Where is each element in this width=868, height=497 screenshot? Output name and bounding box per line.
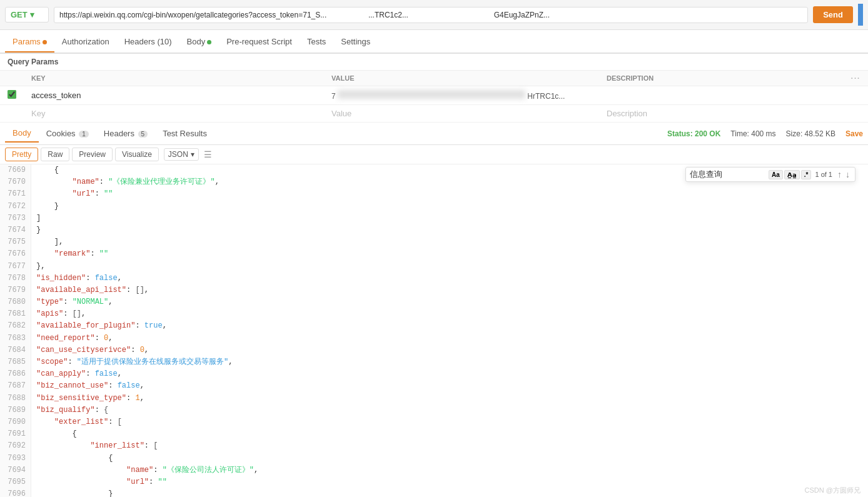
line-number: 7675 [5, 236, 26, 248]
empty-value-cell[interactable]: Value [324, 105, 599, 123]
code-area: 7669767076717672767376747675767676777678… [0, 164, 868, 497]
body-dot [207, 40, 211, 44]
line-number: 7689 [5, 404, 26, 416]
send-button[interactable]: Send [813, 6, 853, 23]
line-number: 7669 [5, 164, 26, 176]
url-input[interactable] [54, 7, 808, 23]
code-line: } [36, 201, 863, 213]
table-row-empty: Key Value Description [0, 105, 868, 123]
param-more-cell [844, 86, 868, 105]
desc-col-header: DESCRIPTION [599, 71, 844, 86]
search-options: Aa A̲a̲ .* [769, 170, 811, 179]
tab-settings[interactable]: Settings [333, 32, 378, 51]
right-edge-accent [858, 4, 863, 26]
line-number: 7693 [5, 453, 26, 464]
search-nav: ↑ ↓ [836, 169, 851, 179]
code-line: } [36, 488, 863, 497]
resp-tab-headers[interactable]: Headers 5 [96, 125, 155, 142]
format-bar: Pretty Raw Preview Visualize JSON ▾ ☰ [0, 145, 868, 164]
empty-checkbox-cell [0, 105, 24, 123]
resp-tab-body[interactable]: Body [5, 124, 39, 143]
code-line: "available_for_plugin": true, [36, 320, 863, 332]
param-checkbox-cell[interactable] [0, 86, 24, 105]
code-line: "exter_list": [ [36, 416, 863, 428]
code-line: "can_apply": false, [36, 368, 863, 380]
resp-tab-test-results[interactable]: Test Results [155, 125, 214, 142]
status-text: Status: 200 OK [667, 129, 720, 138]
search-overlay: Aa A̲a̲ .* 1 of 1 ↑ ↓ [685, 167, 855, 182]
line-number: 7677 [5, 261, 26, 273]
line-number: 7691 [5, 428, 26, 440]
tab-pre-request[interactable]: Pre-request Script [219, 32, 300, 51]
method-selector[interactable]: GET ▾ [5, 7, 49, 23]
value-col-header: VALUE [324, 71, 599, 86]
pretty-button[interactable]: Pretty [5, 148, 38, 161]
line-number: 7687 [5, 380, 26, 392]
size-text: Size: 48.52 KB [786, 129, 835, 138]
code-line: "biz_cannot_use": false, [36, 380, 863, 392]
key-col-header: KEY [24, 71, 324, 86]
line-number: 7695 [5, 476, 26, 488]
case-sensitive-button[interactable]: Aa [769, 170, 783, 179]
visualize-button[interactable]: Visualize [115, 148, 159, 161]
line-numbers: 7669767076717672767376747675767676777678… [0, 164, 31, 497]
line-number: 7694 [5, 464, 26, 476]
code-line: "available_api_list": [], [36, 284, 863, 296]
chevron-down-icon: ▾ [191, 150, 194, 159]
line-number: 7678 [5, 273, 26, 284]
checkbox-col-header [0, 71, 24, 86]
code-line: "scope": "适用于提供保险业务在线服务或交易等服务", [36, 356, 863, 368]
line-number: 7671 [5, 188, 26, 200]
code-line: "remark": "" [36, 248, 863, 260]
line-number: 7674 [5, 224, 26, 236]
empty-desc-cell[interactable]: Description [599, 105, 844, 123]
save-link[interactable]: Save [845, 129, 863, 138]
line-number: 7670 [5, 176, 26, 188]
whole-word-button[interactable]: A̲a̲ [784, 170, 800, 179]
code-line: "need_report": 0, [36, 333, 863, 344]
json-format-selector[interactable]: JSON ▾ [164, 148, 199, 161]
line-number: 7680 [5, 296, 26, 308]
tab-body[interactable]: Body [179, 32, 220, 51]
code-line: { [36, 453, 863, 464]
empty-key-cell[interactable]: Key [24, 105, 324, 123]
resp-tab-cookies[interactable]: Cookies 1 [39, 125, 96, 142]
url-bar: GET ▾ Send [0, 0, 868, 30]
line-number: 7682 [5, 320, 26, 332]
code-line: "can_use_cityserivce": 0, [36, 344, 863, 356]
code-line: }, [36, 261, 863, 273]
code-line: } [36, 224, 863, 236]
code-line: "url": "" [36, 476, 863, 488]
code-line: "biz_qualify": { [36, 404, 863, 416]
prev-match-button[interactable]: ↑ [836, 169, 843, 179]
tab-authorization[interactable]: Authorization [54, 32, 117, 51]
status-area: Status: 200 OK Time: 400 ms Size: 48.52 … [667, 129, 863, 138]
search-input[interactable] [690, 170, 765, 179]
response-tabs-bar: Body Cookies 1 Headers 5 Test Results St… [0, 123, 868, 145]
line-number: 7690 [5, 416, 26, 428]
line-number: 7683 [5, 333, 26, 344]
line-number: 7676 [5, 248, 26, 260]
line-number: 7672 [5, 201, 26, 213]
code-line: "name": "《保险公司法人许可证》", [36, 464, 863, 476]
line-number: 7688 [5, 393, 26, 404]
filter-icon[interactable]: ☰ [204, 149, 212, 159]
code-line: "biz_sensitive_type": 1, [36, 393, 863, 404]
preview-button[interactable]: Preview [72, 148, 113, 161]
param-checkbox[interactable] [8, 90, 16, 99]
tab-params[interactable]: Params [5, 32, 54, 53]
line-number: 7692 [5, 440, 26, 452]
tab-headers[interactable]: Headers (10) [117, 32, 179, 51]
code-line: ] [36, 213, 863, 224]
regex-button[interactable]: .* [801, 170, 812, 179]
code-content[interactable]: { "name": "《保险兼业代理业务许可证》", "url": "" }]}… [31, 164, 868, 497]
code-line: { [36, 428, 863, 440]
more-col-header: ··· [844, 71, 868, 86]
tab-tests[interactable]: Tests [300, 32, 333, 51]
params-dot [43, 40, 47, 44]
line-number: 7684 [5, 344, 26, 356]
code-line: "is_hidden": false, [36, 273, 863, 284]
param-key-cell: access_token [24, 86, 324, 105]
raw-button[interactable]: Raw [41, 148, 69, 161]
next-match-button[interactable]: ↓ [844, 169, 851, 179]
